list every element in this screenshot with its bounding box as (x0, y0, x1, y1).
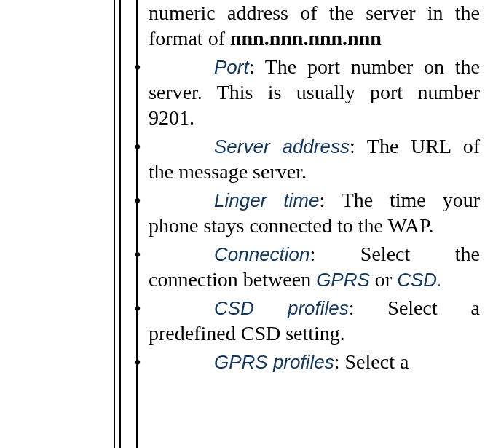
term-after: : Select the (310, 243, 480, 265)
bullet-icon: • (134, 296, 141, 321)
intro-format-bold: nnn.nnn.nnn.nnn (230, 27, 382, 50)
item-rest-mid: or (370, 268, 397, 291)
term-label: GPRS profiles (214, 351, 334, 373)
bullet-icon: • (134, 134, 141, 160)
list-item: • GPRS profiles: Select a (149, 349, 480, 374)
term-after: : The time (319, 189, 425, 211)
bullet-icon: • (134, 55, 141, 80)
intro-paragraph: numeric address of the server in the for… (149, 0, 480, 51)
item-rest: predefined CSD setting. (149, 322, 345, 345)
term-after: : The port number (249, 55, 414, 78)
bullet-icon: • (134, 242, 141, 267)
list-item: • Connection: Select the connection betw… (149, 241, 480, 292)
list-item-body: Port: The port number on the server. Thi… (149, 54, 480, 130)
term-label: Server address (214, 135, 350, 157)
list-item-body: CSD profiles: Select a predefined CSD se… (149, 295, 480, 346)
term-after: : Select a (334, 350, 409, 373)
bullet-icon: • (134, 350, 141, 375)
content-column: numeric address of the server in the for… (149, 0, 480, 374)
vertical-rule (119, 0, 121, 448)
item-rest-pre: connection between (149, 268, 316, 291)
term-label: Linger time (214, 189, 319, 211)
term-label: Connection (214, 243, 310, 265)
term-label: CSD profiles (214, 297, 349, 319)
inline-term-csd: CSD. (397, 269, 442, 291)
bullet-icon: • (134, 188, 141, 213)
intro-line1: numeric address of the server in (149, 1, 443, 24)
list-item-body: Server address: The URL of the message s… (149, 133, 480, 184)
page: numeric address of the server in the for… (0, 0, 493, 448)
term-label: Port (214, 56, 249, 78)
inline-term-gprs: GPRS (316, 269, 370, 291)
list-item: • CSD profiles: Select a predefined CSD … (149, 295, 480, 346)
vertical-rule (114, 0, 115, 448)
list-item-body: Connection: Select the connection betwee… (149, 241, 480, 292)
list-item: • Port: The port number on the server. T… (149, 54, 480, 130)
list-item-body: Linger time: The time your phone stays c… (149, 187, 480, 238)
list-item: • Linger time: The time your phone stays… (149, 187, 480, 238)
term-after: : The (350, 135, 398, 157)
term-after: : Select a (349, 296, 480, 319)
list-item-body: GPRS profiles: Select a (149, 349, 480, 374)
list-item: • Server address: The URL of the message… (149, 133, 480, 184)
